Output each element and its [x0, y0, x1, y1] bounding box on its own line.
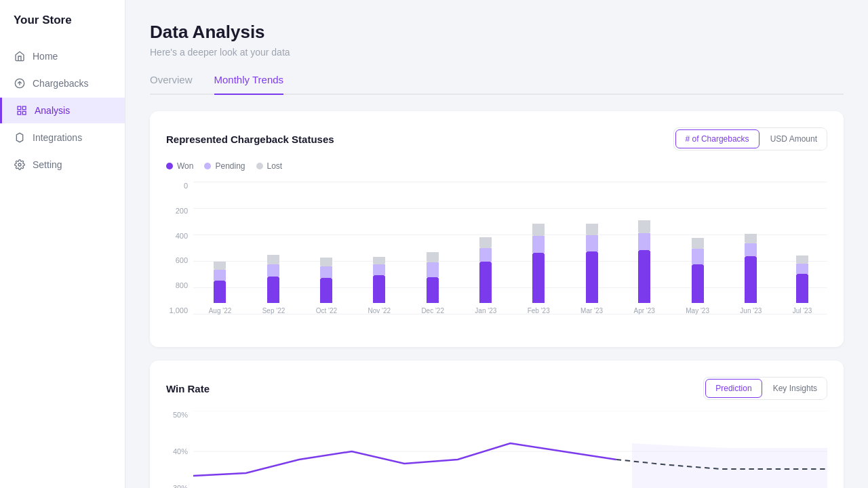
- chargeback-card-title: Represented Chargeback Statuses: [166, 134, 334, 145]
- sidebar: Your Store Home Chargebacks Analysis: [0, 0, 125, 488]
- bar-group: Jan '23: [475, 237, 496, 314]
- toggle-prediction-button[interactable]: Prediction: [705, 379, 762, 398]
- bar-segment-won: [532, 253, 545, 303]
- bar-segment-lost: [745, 234, 757, 243]
- bar-stack: [532, 224, 545, 303]
- sidebar-item-analysis[interactable]: Analysis: [0, 98, 125, 123]
- bar-stack: [479, 237, 492, 303]
- chargeback-statuses-card: Represented Chargeback Statuses # of Cha…: [150, 111, 844, 347]
- bar-segment-won: [214, 281, 226, 303]
- y-label-600: 600: [166, 256, 193, 264]
- bar-month-label: Sep '22: [262, 307, 285, 314]
- bar-month-label: Oct '22: [316, 307, 337, 314]
- legend-lost: Lost: [256, 161, 283, 171]
- bar-group: Sep '22: [262, 255, 285, 314]
- bar-stack: [796, 256, 808, 303]
- bar-segment-won: [745, 256, 757, 303]
- bar-segment-pending: [320, 266, 332, 278]
- bar-segment-pending: [214, 270, 226, 281]
- toggle-count-button[interactable]: # of Chargebacks: [675, 129, 760, 148]
- bar-segment-lost: [267, 255, 279, 264]
- bar-stack: [638, 220, 650, 303]
- svg-rect-2: [18, 106, 21, 110]
- sidebar-item-integrations[interactable]: Integrations: [0, 125, 125, 150]
- bar-stack: [373, 257, 385, 303]
- bar-month-label: Aug '22: [209, 307, 232, 314]
- legend-won-dot: [166, 163, 173, 169]
- bar-group: May '23: [686, 238, 709, 314]
- bar-segment-lost: [796, 256, 808, 264]
- analysis-icon: [16, 104, 28, 117]
- bar-segment-lost: [638, 220, 650, 233]
- bar-segment-pending: [638, 233, 650, 250]
- win-rate-card-header: Win Rate Prediction Key Insights: [166, 377, 827, 400]
- svg-rect-5: [18, 111, 21, 115]
- bar-segment-lost: [373, 257, 385, 264]
- bar-month-label: Jun '23: [740, 307, 762, 314]
- bar-month-label: Jul '23: [793, 307, 812, 314]
- setting-icon: [14, 159, 26, 171]
- bar-segment-lost: [532, 224, 545, 236]
- legend-pending: Pending: [204, 161, 245, 171]
- bar-month-label: May '23: [686, 307, 709, 314]
- sidebar-item-chargebacks-label: Chargebacks: [33, 78, 89, 89]
- bar-month-label: Apr '23: [634, 307, 655, 314]
- bar-group: Aug '22: [209, 262, 232, 314]
- bar-stack: [320, 258, 332, 303]
- bar-month-label: Nov '22: [368, 307, 391, 314]
- win-rate-chart-container: 50% 40% 30%: [166, 411, 827, 488]
- sidebar-item-chargebacks[interactable]: Chargebacks: [0, 70, 125, 96]
- toggle-amount-button[interactable]: USD Amount: [761, 128, 827, 150]
- bar-stack: [267, 255, 279, 303]
- bar-stack: [692, 238, 704, 303]
- bar-segment-pending: [692, 249, 704, 264]
- bar-segment-lost: [427, 252, 439, 262]
- wr-y-30: 30%: [166, 484, 188, 488]
- integrations-icon: [14, 131, 26, 144]
- bar-group: Nov '22: [368, 257, 391, 314]
- sidebar-item-setting-label: Setting: [33, 159, 62, 170]
- sidebar-item-setting[interactable]: Setting: [0, 152, 125, 178]
- bar-segment-lost: [214, 262, 226, 270]
- bar-segment-won: [373, 275, 385, 303]
- bar-segment-won: [427, 277, 439, 303]
- legend-won: Won: [166, 161, 193, 171]
- bar-month-label: Feb '23: [528, 307, 550, 314]
- bar-segment-won: [320, 278, 332, 303]
- bar-stack: [745, 234, 757, 303]
- y-label-0: 0: [166, 182, 193, 190]
- bar-group: Apr '23: [634, 220, 655, 314]
- toggle-key-insights-button[interactable]: Key Insights: [764, 378, 827, 399]
- bar-segment-lost: [586, 224, 598, 235]
- y-label-1000: 1,000: [166, 306, 193, 314]
- tab-overview[interactable]: Overview: [150, 74, 193, 95]
- bar-segment-pending: [796, 264, 808, 274]
- chargeback-y-axis: 1,000 800 600 400 200 0: [166, 182, 193, 331]
- win-rate-svg: [193, 411, 827, 488]
- chargeback-chart-body: Aug '22Sep '22Oct '22Nov '22Dec '22Jan '…: [193, 182, 827, 331]
- bar-segment-won: [638, 250, 650, 303]
- bar-stack: [427, 252, 439, 303]
- page-subtitle: Here's a deeper look at your data: [150, 47, 844, 58]
- page-title: Data Analysis: [150, 22, 844, 43]
- win-rate-y-axis: 50% 40% 30%: [166, 411, 193, 488]
- chargebacks-icon: [14, 77, 26, 89]
- legend-won-label: Won: [177, 161, 193, 171]
- sidebar-item-analysis-label: Analysis: [35, 105, 70, 116]
- tab-monthly-trends[interactable]: Monthly Trends: [214, 74, 284, 95]
- bar-segment-lost: [479, 237, 492, 248]
- sidebar-item-home[interactable]: Home: [0, 43, 125, 69]
- bar-group: Feb '23: [528, 224, 550, 314]
- bar-segment-won: [267, 277, 279, 303]
- win-rate-card: Win Rate Prediction Key Insights 50% 40%…: [150, 361, 844, 488]
- win-rate-toggle-group: Prediction Key Insights: [703, 377, 827, 400]
- win-rate-card-title: Win Rate: [166, 383, 210, 394]
- bar-segment-lost: [692, 238, 704, 249]
- sidebar-nav: Home Chargebacks Analysis Integrations: [0, 43, 125, 178]
- bar-stack: [214, 262, 226, 303]
- sidebar-item-home-label: Home: [33, 51, 58, 62]
- svg-marker-6: [16, 133, 22, 142]
- sidebar-logo: Your Store: [0, 14, 125, 43]
- bar-segment-won: [586, 251, 598, 303]
- chargeback-card-header: Represented Chargeback Statuses # of Cha…: [166, 127, 827, 150]
